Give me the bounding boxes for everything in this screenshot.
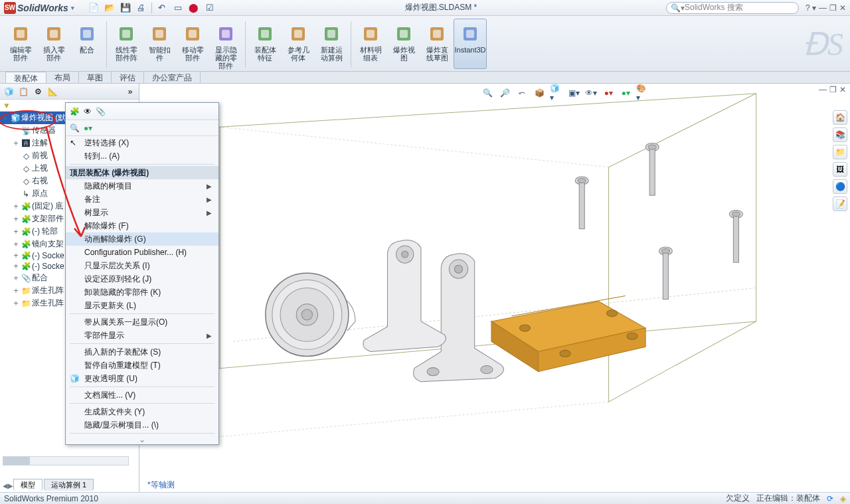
pm-tab-icon[interactable]: 📋	[17, 86, 29, 98]
cursor-icon: ↖	[70, 138, 76, 147]
file-explorer-icon[interactable]: 📁	[833, 145, 847, 159]
menu-item[interactable]: 更改透明度 (U)🧊	[66, 372, 218, 385]
ribbon-explode-view[interactable]: 爆炸视 图	[387, 19, 420, 69]
expand-icon[interactable]: »	[124, 86, 136, 98]
tab-4[interactable]: 办公室产品	[144, 72, 201, 83]
color-icon[interactable]: ●▾	[84, 124, 92, 133]
ribbon-label: 配合	[80, 46, 94, 54]
menu-item[interactable]: 显示更新夹 (L)	[66, 299, 218, 312]
select-icon[interactable]: ▭	[172, 2, 184, 14]
minimize-icon[interactable]: —	[819, 3, 827, 13]
tab-2[interactable]: 草图	[79, 72, 112, 83]
tab-0[interactable]: 装配体	[5, 72, 46, 83]
prev-view-icon[interactable]: ⤺	[515, 86, 529, 100]
render-icon[interactable]: 🎨▾	[636, 86, 649, 100]
menu-item[interactable]: 设定还原到轻化 (J)	[66, 272, 218, 286]
menu-item[interactable]: 卸装隐藏的零部件 (K)	[66, 286, 218, 299]
ribbon-linear-pattern[interactable]: 线性零 部件阵	[110, 19, 143, 69]
ribbon-smart-fasteners[interactable]: 智能扣 件	[143, 19, 176, 69]
view-orient-icon[interactable]: 🧊▾	[550, 86, 563, 100]
library-icon[interactable]: 📚	[833, 127, 847, 142]
new-icon[interactable]: 📄	[88, 2, 100, 14]
ribbon-insert-part[interactable]: 插入零 部件	[37, 19, 70, 69]
menu-item[interactable]: 隐藏/显示树项目... (\)	[66, 418, 218, 432]
zoom-area-icon[interactable]: 🔎	[498, 86, 511, 100]
ribbon-label: 材料明 细表	[360, 46, 382, 62]
menu-item[interactable]: Configuration Publisher... (H)	[66, 246, 218, 259]
section-icon[interactable]: 📦	[533, 86, 546, 100]
reload-icon[interactable]: ⟳	[827, 494, 833, 503]
view-palette-icon[interactable]: 🖼	[833, 162, 847, 177]
open-icon[interactable]: 📂	[104, 2, 116, 14]
menu-item[interactable]: 零部件显示▶	[66, 329, 218, 342]
ribbon-mate[interactable]: 配合	[70, 19, 104, 69]
ribbon-move-part[interactable]: 移动零 部件	[176, 19, 209, 69]
appearance-icon[interactable]: ●▾	[619, 86, 632, 100]
display-style-icon[interactable]: ▣▾	[567, 86, 580, 100]
ribbon-show-hide[interactable]: 显示隐 藏的零 部件	[209, 19, 242, 69]
menu-item[interactable]: 树显示▶	[66, 206, 218, 219]
hide-show-icon[interactable]: 👁▾	[584, 86, 598, 100]
doc-tab-1[interactable]: 运动算例 1	[44, 479, 94, 491]
model-view	[139, 84, 850, 492]
menu-item[interactable]: 解除爆炸 (F)	[66, 219, 218, 232]
linear-pattern-icon	[116, 23, 137, 44]
undo-icon[interactable]: ↶	[156, 2, 168, 14]
close-icon[interactable]: ✕	[839, 3, 846, 13]
horizontal-scrollbar[interactable]	[3, 456, 129, 465]
menu-item[interactable]: 文档属性... (V)	[66, 388, 218, 402]
menu-item[interactable]: 暂停自动重建模型 (T)	[66, 359, 218, 372]
menu-item[interactable]: 插入新的子装配体 (S)	[66, 345, 218, 359]
fm-tab-icon[interactable]: 🧊	[3, 86, 15, 98]
expand-menu-icon[interactable]: ⌄	[66, 435, 218, 444]
edit-part-icon	[10, 23, 31, 44]
cm-tab-icon[interactable]: ⚙	[32, 86, 44, 98]
save-icon[interactable]: 💾	[120, 2, 131, 14]
ribbon-instant3d[interactable]: Instant3D	[454, 19, 487, 69]
doc-restore-icon[interactable]: ❐	[829, 85, 837, 94]
restore-icon[interactable]: ❐	[829, 3, 837, 13]
help-icon[interactable]: ? ▾	[806, 3, 816, 13]
menu-item[interactable]: 逆转选择 (X)↖	[66, 136, 218, 149]
menu-item[interactable]: 生成新文件夹 (Y)	[66, 405, 218, 418]
menu-item[interactable]: 隐藏的树项目▶	[66, 179, 218, 193]
graphics-viewport[interactable]: 🔍 🔎 ⤺ 📦 🧊▾ ▣▾ 👁▾ ●▾ ●▾ 🎨▾ — ❐ ✕ 🏠 📚 📁 🖼 …	[139, 84, 850, 492]
document-tabs: 模型运动算例 1	[13, 479, 95, 491]
tag-icon[interactable]: ◈	[840, 494, 846, 503]
custom-props-icon[interactable]: 📝	[833, 197, 847, 211]
ribbon-edit-part[interactable]: 编辑零 部件	[4, 19, 37, 69]
ribbon-explode-sketch[interactable]: 爆炸直 线草图	[420, 19, 454, 69]
scroll-left-icon[interactable]: ◀▶	[3, 482, 13, 489]
menu-item[interactable]: 带从属关系一起显示(O)	[66, 315, 218, 329]
print-icon[interactable]: 🖨	[135, 2, 147, 14]
doc-tab-0[interactable]: 模型	[13, 479, 42, 491]
zoom-fit-icon[interactable]: 🔍	[481, 86, 494, 100]
ribbon-assembly-features[interactable]: 装配体 特征	[248, 19, 282, 69]
search-input[interactable]: 🔍▾ SolidWorks 搜索	[666, 2, 799, 14]
attach-icon[interactable]: 📎	[96, 107, 106, 116]
scene-icon[interactable]: ●▾	[602, 86, 615, 100]
menu-item[interactable]: 备注▶	[66, 193, 218, 206]
hidden-icon[interactable]: 👁	[84, 107, 92, 116]
dm-tab-icon[interactable]: 📐	[46, 86, 58, 98]
menu-item[interactable]: 只显示层次关系 (I)	[66, 259, 218, 272]
ribbon-new-motion[interactable]: 新建运 动算例	[315, 19, 348, 69]
ribbon-bom[interactable]: 材料明 细表	[354, 19, 387, 69]
search-icon: 🔍▾	[671, 3, 685, 13]
home-icon[interactable]: 🏠	[833, 110, 847, 125]
chevron-down-icon[interactable]: ▾	[71, 5, 74, 11]
tab-3[interactable]: 评估	[112, 72, 144, 83]
appearances-icon[interactable]: 🔵	[833, 179, 847, 194]
assembly-icon[interactable]: 🧩	[70, 107, 80, 116]
ribbon-ref-geometry[interactable]: 参考几 何体	[282, 19, 315, 69]
tab-1[interactable]: 布局	[46, 72, 79, 83]
zoom-icon[interactable]: 🔍	[70, 124, 80, 133]
doc-close-icon[interactable]: ✕	[839, 85, 846, 94]
menu-item[interactable]: 动画解除爆炸 (G)	[66, 232, 218, 246]
options-icon[interactable]: ☑	[204, 2, 216, 14]
ribbon-label: 爆炸视 图	[393, 46, 415, 62]
doc-minimize-icon[interactable]: —	[819, 85, 827, 94]
rebuild-icon[interactable]: ⬤	[188, 2, 200, 14]
menu-item[interactable]: 转到... (A)	[66, 149, 218, 163]
svg-point-44	[301, 309, 312, 320]
